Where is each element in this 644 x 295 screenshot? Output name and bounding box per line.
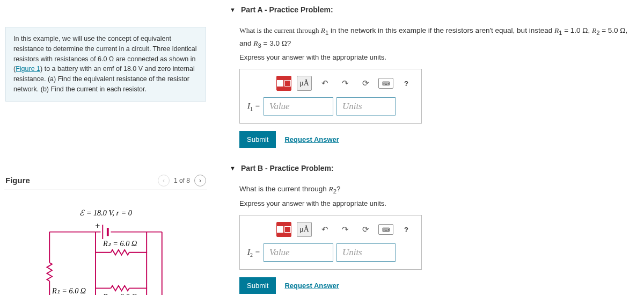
part-a-header[interactable]: ▼ Part A - Practice Problem: [230, 5, 639, 14]
help-icon[interactable]: ? [399, 76, 414, 91]
part-a-value-input[interactable]: Value [264, 97, 333, 116]
templates-icon[interactable] [276, 76, 291, 91]
figure-body: ℰ = 18.0 V, r = 0 R₁ = 6.0 Ω R₂ = 6.0 Ω … [4, 190, 207, 296]
part-a-request-answer-link[interactable]: Request Answer [284, 135, 339, 143]
figure-next-button[interactable]: › [194, 175, 206, 186]
help-icon[interactable]: ? [399, 222, 414, 237]
r3-label: R₃ = 6.0 Ω [103, 292, 137, 295]
part-b-prompt: What is the current through R2? [239, 183, 639, 196]
redo-icon[interactable]: ↷ [338, 222, 353, 237]
undo-icon[interactable]: ↶ [317, 222, 332, 237]
intro-text-after: ) to a battery with an emf of 18.0 V and… [13, 65, 195, 93]
units-tool-button[interactable]: μÅ [297, 222, 312, 237]
figure-header: Figure ‹ 1 of 8 › [4, 171, 207, 190]
figure-link[interactable]: Figure 1 [16, 65, 40, 73]
figure-prev-button[interactable]: ‹ [158, 175, 170, 186]
caret-down-icon: ▼ [230, 165, 236, 171]
reset-icon[interactable]: ⟳ [358, 76, 373, 91]
reset-icon[interactable]: ⟳ [358, 222, 373, 237]
part-b-title: Part B - Practice Problem: [241, 164, 334, 172]
redo-icon[interactable]: ↷ [338, 76, 353, 91]
part-a-submit-button[interactable]: Submit [239, 131, 276, 148]
units-tool-button[interactable]: μÅ [297, 76, 312, 91]
part-b-value-input[interactable]: Value [264, 243, 333, 262]
part-b-sub: Express your answer with the appropriate… [239, 199, 639, 207]
r2-label: R₂ = 6.0 Ω [103, 239, 137, 248]
part-a-lhs: I1 = [247, 102, 260, 112]
part-b-answer-box: μÅ ↶ ↷ ⟳ ⌨ ? I2 = Value Units [239, 215, 422, 270]
emf-label: ℰ = 18.0 V, r = 0 [79, 208, 132, 217]
part-a-answer-box: μÅ ↶ ↷ ⟳ ⌨ ? I1 = Value Units [239, 69, 422, 124]
caret-down-icon: ▼ [230, 6, 236, 13]
part-a-units-input[interactable]: Units [336, 97, 396, 116]
part-b-lhs: I2 = [247, 248, 260, 258]
part-b-request-answer-link[interactable]: Request Answer [284, 282, 339, 290]
figure-pager: 1 of 8 [174, 177, 190, 184]
circuit-diagram: ℰ = 18.0 V, r = 0 R₁ = 6.0 Ω R₂ = 6.0 Ω … [31, 206, 181, 296]
undo-icon[interactable]: ↶ [317, 76, 332, 91]
part-a-sub: Express your answer with the appropriate… [239, 53, 639, 61]
part-b-header[interactable]: ▼ Part B - Practice Problem: [230, 164, 639, 172]
problem-intro: In this example, we will use the concept… [5, 27, 206, 102]
part-b-units-input[interactable]: Units [336, 243, 396, 262]
part-a-title: Part A - Practice Problem: [241, 5, 333, 14]
part-b-submit-button[interactable]: Submit [239, 277, 276, 294]
figure-title: Figure [5, 176, 30, 185]
part-a-prompt: What is the current through R1 in the ne… [239, 25, 639, 50]
templates-icon[interactable] [276, 222, 291, 237]
keyboard-icon[interactable]: ⌨ [378, 224, 393, 235]
r1-label: R₁ = 6.0 Ω [52, 286, 86, 294]
keyboard-icon[interactable]: ⌨ [378, 78, 393, 89]
